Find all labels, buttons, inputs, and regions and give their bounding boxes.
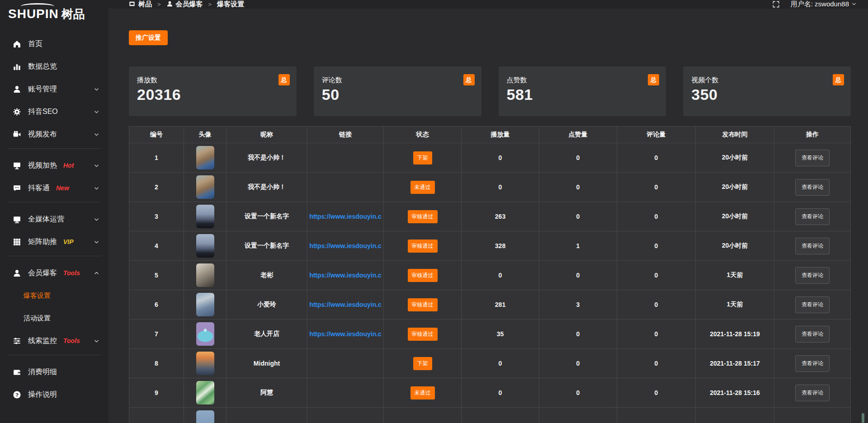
sidebar-item-clue-monitor[interactable]: 线索监控Tools xyxy=(0,329,108,352)
chevron-down-icon xyxy=(94,216,99,222)
chevron-down-icon xyxy=(94,338,99,344)
cell-nickname: 阿慧 xyxy=(226,378,307,408)
sidebar-divider xyxy=(7,148,101,149)
view-comments-button[interactable]: 查看评论 xyxy=(795,150,830,166)
sidebar-item-tag: Tools xyxy=(63,337,80,344)
view-comments-button[interactable]: 查看评论 xyxy=(795,326,830,343)
view-comments-button[interactable]: 查看评论 xyxy=(795,179,830,196)
stat-card: 评论数50总 xyxy=(314,66,481,116)
sidebar-item-consume-detail[interactable]: 消费明细 xyxy=(0,361,108,383)
table-row: 5老彬https://www.iesdouyin.c审核通过0001天前查看评论 xyxy=(129,261,851,290)
cell-plays: 281 xyxy=(462,290,539,320)
cell-id: 1 xyxy=(129,143,184,173)
sidebar-item-douketong[interactable]: 抖客通New xyxy=(0,177,108,199)
sidebar-item-douyin-seo[interactable]: 抖音SEO xyxy=(0,100,108,123)
cell-status: 未通过 xyxy=(384,378,462,408)
cell-likes: 0 xyxy=(539,143,617,173)
chevron-down-icon xyxy=(94,86,99,92)
video-link[interactable]: https://www.iesdouyin.c xyxy=(309,301,382,308)
status-badge: 未通过 xyxy=(410,181,435,194)
cell-avatar xyxy=(184,320,226,349)
sliders-icon xyxy=(13,337,21,345)
brand-logo[interactable]: SHUPIN树品 xyxy=(0,0,108,27)
view-comments-button[interactable]: 查看评论 xyxy=(795,238,830,254)
video-link[interactable]: https://www.iesdouyin.c xyxy=(309,242,382,249)
video-link[interactable]: https://www.iesdouyin.c xyxy=(309,330,382,338)
stat-value: 50 xyxy=(322,86,473,103)
scrollbar-thumb[interactable] xyxy=(862,413,864,423)
view-comments-button[interactable]: 查看评论 xyxy=(795,296,830,313)
sidebar-item-member-baoke[interactable]: 会员爆客Tools xyxy=(0,262,108,284)
cell-nickname xyxy=(226,408,307,423)
video-link[interactable]: https://www.iesdouyin.c xyxy=(309,213,382,220)
cell-avatar xyxy=(184,408,226,423)
sidebar-item-account-management[interactable]: 账号管理 xyxy=(0,78,108,100)
view-comments-button[interactable]: 查看评论 xyxy=(795,208,830,225)
sidebar-item-tag: New xyxy=(56,184,69,192)
sidebar-item-label: 操作说明 xyxy=(28,390,57,400)
cell-plays: 0 xyxy=(462,349,539,378)
sidebar-subitem-baoke-settings[interactable]: 爆客设置 xyxy=(0,284,108,307)
sidebar-item-label: 全媒体运营 xyxy=(28,215,64,224)
status-badge: 未通过 xyxy=(410,386,435,400)
grid-icon xyxy=(13,238,21,246)
cell-action xyxy=(774,408,851,423)
cell-avatar xyxy=(184,231,226,261)
view-comments-button[interactable]: 查看评论 xyxy=(795,267,830,284)
breadcrumb-separator: > xyxy=(157,1,161,8)
promotion-settings-button[interactable]: 推广设置 xyxy=(129,30,168,45)
cell-status: 审核通过 xyxy=(384,202,462,231)
cell-plays: 0 xyxy=(462,173,539,202)
sidebar-item-label: 账号管理 xyxy=(28,85,57,94)
chevron-down-icon xyxy=(94,185,99,191)
stat-cards: 播放数20316总评论数50总点赞数581总视频个数350总 xyxy=(129,66,851,116)
cell-action: 查看评论 xyxy=(774,231,851,261)
cell-time: 20小时前 xyxy=(696,173,774,202)
breadcrumb-item-shupin[interactable]: 树品 xyxy=(129,0,152,9)
sidebar-item-operation-guide[interactable]: ?操作说明 xyxy=(0,383,108,406)
cell-time: 2021-11-28 15:17 xyxy=(696,349,774,378)
cell-status: 审核通过 xyxy=(384,231,462,261)
sidebar-item-home[interactable]: 首页 xyxy=(0,33,108,55)
chevron-down-icon xyxy=(851,0,857,8)
sidebar-item-tag: VIP xyxy=(63,238,74,245)
sidebar-subitem-label: 活动设置 xyxy=(24,314,51,322)
sidebar-item-data-overview[interactable]: 数据总览 xyxy=(0,55,108,78)
cell-action: 查看评论 xyxy=(774,173,851,202)
view-comments-button[interactable]: 查看评论 xyxy=(795,385,830,401)
cell-comments: 0 xyxy=(617,202,696,231)
cell-link: https://www.iesdouyin.c xyxy=(307,231,384,261)
sidebar-subitem-activity-settings[interactable]: 活动设置 xyxy=(0,307,108,329)
svg-text:?: ? xyxy=(15,391,19,397)
status-badge: 审核通过 xyxy=(408,210,438,223)
avatar xyxy=(196,175,214,199)
sidebar-item-matrix-boost[interactable]: 矩阵助推VIP xyxy=(0,230,108,253)
display-icon xyxy=(13,215,21,224)
cell-link xyxy=(307,378,384,408)
cell-id xyxy=(129,408,184,423)
sidebar-item-media-operation[interactable]: 全媒体运营 xyxy=(0,208,108,230)
user-menu[interactable]: 用户名: zswodun88 xyxy=(791,0,857,9)
cell-status: 审核通过 xyxy=(384,320,462,349)
table-row: 3设置一个新名字https://www.iesdouyin.c审核通过26300… xyxy=(129,202,851,231)
table-row: 9阿慧未通过0002021-11-28 15:16查看评论 xyxy=(129,378,851,408)
stat-label: 播放数 xyxy=(137,76,288,85)
cell-nickname: 我不是小帅！ xyxy=(226,143,307,173)
cell-id: 7 xyxy=(129,320,184,349)
sidebar-item-label: 矩阵助推 xyxy=(28,237,57,247)
sidebar-item-label: 首页 xyxy=(28,39,42,49)
sidebar-item-label: 数据总览 xyxy=(28,62,57,71)
breadcrumb-item-member-baoke[interactable]: 会员爆客 xyxy=(166,0,203,9)
total-badge: 总 xyxy=(648,74,659,85)
sidebar-item-video-heat[interactable]: 视频加热Hot xyxy=(0,154,108,177)
table-row: 2我不是小帅！未通过00020小时前查看评论 xyxy=(129,173,851,202)
status-badge: 审核通过 xyxy=(408,269,438,282)
user-icon xyxy=(13,85,21,94)
stat-card: 播放数20316总 xyxy=(129,66,297,116)
cell-time: 2021-11-28 15:19 xyxy=(696,320,774,349)
fullscreen-icon[interactable] xyxy=(772,0,780,8)
sidebar-item-tag: Hot xyxy=(63,162,74,169)
video-link[interactable]: https://www.iesdouyin.c xyxy=(309,272,382,279)
view-comments-button[interactable]: 查看评论 xyxy=(795,355,830,372)
sidebar-item-video-publish[interactable]: 视频发布 xyxy=(0,123,108,146)
